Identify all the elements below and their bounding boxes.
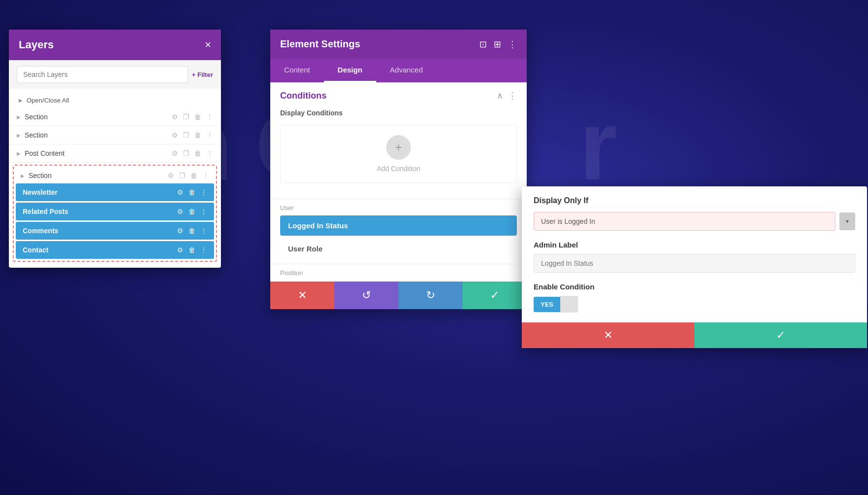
trash-icon-4[interactable]: 🗑 xyxy=(190,172,197,179)
dots-icon-2[interactable]: ⋮ xyxy=(206,131,213,139)
option-user-role[interactable]: User Role xyxy=(280,239,517,259)
layer-icons-newsletter: ⚙ 🗑 ⋮ xyxy=(177,188,207,196)
open-close-all[interactable]: Open/Close All xyxy=(9,93,221,108)
layer-icons-3: ⚙ ❐ 🗑 ⋮ xyxy=(172,149,213,157)
es-footer: ✕ ↺ ↻ ✓ xyxy=(270,282,527,309)
dots-icon-1[interactable]: ⋮ xyxy=(206,113,213,121)
dop-body: Display Only If User is Logged In ▾ Admi… xyxy=(522,186,867,322)
layer-name-post-content: Post Content xyxy=(25,149,168,157)
option-logged-in-status[interactable]: Logged In Status xyxy=(280,215,517,236)
add-condition-area: + Add Condition xyxy=(280,125,517,183)
layer-item-related-posts: Related Posts ⚙ 🗑 ⋮ xyxy=(16,203,214,220)
conditions-header-icons: ∧ ⋮ xyxy=(497,90,517,101)
dop-title: Display Only If xyxy=(534,196,855,205)
user-section: User Logged In Status User Role xyxy=(270,199,527,264)
add-condition-text: Add Condition xyxy=(377,165,420,173)
dots-icon-contact[interactable]: ⋮ xyxy=(200,246,207,254)
chevron-icon-3: ▶ xyxy=(17,151,21,156)
conditions-collapse-icon[interactable]: ∧ xyxy=(497,90,503,101)
trash-icon-2[interactable]: 🗑 xyxy=(194,131,201,139)
layers-title: Layers xyxy=(19,38,54,51)
layer-item-comments: Comments ⚙ 🗑 ⋮ xyxy=(16,222,214,240)
resize-icon-1[interactable]: ⊡ xyxy=(479,39,487,50)
add-condition-button[interactable]: + xyxy=(386,135,411,160)
gear-icon-4[interactable]: ⚙ xyxy=(168,172,174,179)
dots-icon-4[interactable]: ⋮ xyxy=(202,172,209,179)
gear-icon-1[interactable]: ⚙ xyxy=(172,113,178,121)
display-only-panel: Display Only If User is Logged In ▾ Admi… xyxy=(522,186,867,348)
dop-admin-label-title: Admin Label xyxy=(534,241,855,249)
layers-close-button[interactable]: × xyxy=(205,39,211,50)
conditions-header: Conditions ∧ ⋮ xyxy=(280,90,517,101)
chevron-icon-1: ▶ xyxy=(17,114,21,120)
user-label: User xyxy=(280,204,517,212)
layer-icons-4: ⚙ ❐ 🗑 ⋮ xyxy=(168,172,209,179)
gear-icon-3[interactable]: ⚙ xyxy=(172,149,178,157)
dots-icon-related-posts[interactable]: ⋮ xyxy=(200,208,207,215)
es-confirm-button[interactable]: ✓ xyxy=(463,282,527,309)
layer-item-section-2: ▶ Section ⚙ ❐ 🗑 ⋮ xyxy=(9,126,221,144)
copy-icon-2[interactable]: ❐ xyxy=(183,131,189,139)
layer-item-section-dashed: ▶ Section ⚙ ❐ 🗑 ⋮ xyxy=(16,168,214,183)
es-undo-button[interactable]: ↺ xyxy=(334,282,398,309)
dop-confirm-button[interactable]: ✓ xyxy=(694,322,867,348)
gear-icon-comments[interactable]: ⚙ xyxy=(177,227,183,235)
trash-icon-3[interactable]: 🗑 xyxy=(194,149,201,157)
dop-enable-condition-title: Enable Condition xyxy=(534,283,855,291)
copy-icon-3[interactable]: ❐ xyxy=(183,149,189,157)
dop-footer: ✕ ✓ xyxy=(522,322,867,348)
trash-icon-comments[interactable]: 🗑 xyxy=(188,227,195,235)
trash-icon-newsletter[interactable]: 🗑 xyxy=(188,188,195,196)
dop-select[interactable]: User is Logged In xyxy=(534,212,835,231)
layer-name-related-posts: Related Posts xyxy=(23,208,173,215)
dop-toggle-no[interactable] xyxy=(560,296,578,313)
layer-item-newsletter: Newsletter ⚙ 🗑 ⋮ xyxy=(16,183,214,201)
open-close-all-label: Open/Close All xyxy=(27,97,69,104)
dots-icon-newsletter[interactable]: ⋮ xyxy=(200,188,207,196)
trash-icon-related-posts[interactable]: 🗑 xyxy=(188,208,195,215)
es-redo-icon: ↻ xyxy=(426,289,435,302)
layers-search-row: + Filter xyxy=(9,60,221,89)
resize-icon-2[interactable]: ⊞ xyxy=(494,39,501,50)
layer-icons-comments: ⚙ 🗑 ⋮ xyxy=(177,227,207,235)
chevron-icon-4: ▶ xyxy=(21,173,25,178)
dots-icon-comments[interactable]: ⋮ xyxy=(200,227,207,235)
gear-icon-newsletter[interactable]: ⚙ xyxy=(177,188,183,196)
layer-icons-contact: ⚙ 🗑 ⋮ xyxy=(177,246,207,254)
es-undo-icon: ↺ xyxy=(362,289,371,302)
chevron-icon-2: ▶ xyxy=(17,133,21,138)
tab-content[interactable]: Content xyxy=(270,59,324,82)
layer-item-post-content: ▶ Post Content ⚙ ❐ 🗑 ⋮ xyxy=(9,144,221,163)
layer-name-1: Section xyxy=(25,113,168,121)
element-settings-panel: Element Settings ⊡ ⊞ ⋮ Content Design Ad… xyxy=(270,30,527,309)
copy-icon-4[interactable]: ❐ xyxy=(179,172,185,179)
trash-icon-1[interactable]: 🗑 xyxy=(194,113,201,121)
es-scroll: Conditions ∧ ⋮ Display Conditions + Add … xyxy=(270,82,527,282)
dop-cancel-icon: ✕ xyxy=(604,329,613,342)
tab-advanced[interactable]: Advanced xyxy=(376,59,437,82)
es-cancel-button[interactable]: ✕ xyxy=(270,282,334,309)
dop-cancel-button[interactable]: ✕ xyxy=(522,322,694,348)
display-conditions-label: Display Conditions xyxy=(280,109,517,117)
layer-name-comments: Comments xyxy=(23,227,173,235)
copy-icon-1[interactable]: ❐ xyxy=(183,113,189,121)
position-section: Position xyxy=(270,264,527,282)
tab-design[interactable]: Design xyxy=(324,59,376,82)
layers-search-input[interactable] xyxy=(17,66,188,83)
dots-icon-3[interactable]: ⋮ xyxy=(206,149,213,157)
es-redo-button[interactable]: ↻ xyxy=(398,282,463,309)
dop-select-arrow[interactable]: ▾ xyxy=(839,212,855,230)
conditions-more-icon[interactable]: ⋮ xyxy=(508,90,517,101)
layers-filter-button[interactable]: + Filter xyxy=(192,71,213,78)
gear-icon-contact[interactable]: ⚙ xyxy=(177,246,183,254)
layers-header: Layers × xyxy=(9,30,221,60)
layer-name-section-dashed: Section xyxy=(29,172,164,179)
gear-icon-related-posts[interactable]: ⚙ xyxy=(177,208,183,215)
dop-select-row: User is Logged In ▾ xyxy=(534,212,855,231)
more-icon[interactable]: ⋮ xyxy=(508,39,517,50)
gear-icon-2[interactable]: ⚙ xyxy=(172,131,178,139)
es-tabs: Content Design Advanced xyxy=(270,59,527,82)
dop-admin-label-input[interactable] xyxy=(534,254,855,273)
trash-icon-contact[interactable]: 🗑 xyxy=(188,246,195,254)
dop-toggle-yes[interactable]: YES xyxy=(534,297,560,312)
